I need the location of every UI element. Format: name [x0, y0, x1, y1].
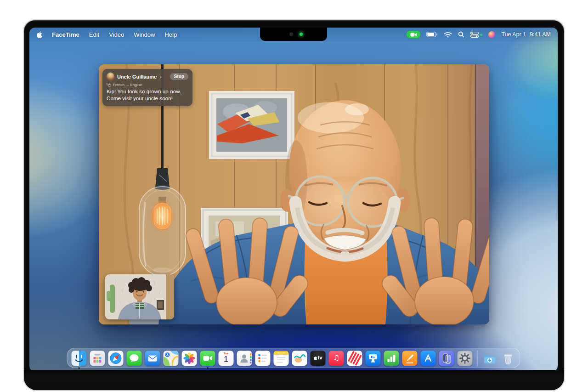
tv-label: tv: [317, 355, 322, 361]
dock-item-notes[interactable]: [274, 351, 289, 366]
music-note-icon: ♫: [333, 354, 339, 362]
dock-item-news[interactable]: [347, 351, 362, 366]
laptop-base: [24, 370, 564, 390]
dock-item-tv[interactable]: tv: [311, 351, 326, 366]
dock-item-safari[interactable]: [108, 351, 124, 366]
caption-line-1: Kip! You look so grown up now.: [107, 88, 188, 95]
facetime-window[interactable]: Uncle Guillaume › Stop French → English …: [99, 64, 489, 324]
caller-avatar: [107, 73, 114, 80]
dock-item-contacts[interactable]: [237, 351, 252, 366]
dock: Tue1 tv ♫: [67, 348, 520, 368]
chevron-right-icon: ›: [160, 74, 162, 80]
control-center-icon[interactable]: [470, 32, 482, 38]
dock-item-launchpad[interactable]: [90, 351, 105, 366]
display-notch: [260, 28, 327, 41]
dock-separator: [477, 350, 478, 366]
local-video-feed: [105, 274, 174, 319]
menu-window[interactable]: Window: [134, 31, 155, 38]
status-dot-icon: [480, 34, 482, 36]
dock-item-calendar[interactable]: Tue1: [219, 351, 234, 366]
desktop-wallpaper: FaceTime Edit Video Window Help: [29, 28, 558, 371]
wifi-icon[interactable]: [444, 32, 452, 38]
dock-item-keynote[interactable]: [366, 351, 381, 366]
dock-item-reminders[interactable]: [255, 351, 271, 366]
menu-help[interactable]: Help: [164, 31, 177, 38]
camera-indicator-light: [300, 33, 303, 36]
live-translation-overlay: Uncle Guillaume › Stop French → English …: [102, 69, 192, 106]
facetime-active-indicator-icon[interactable]: [407, 31, 420, 38]
webcam-icon: [289, 32, 294, 36]
caller-name[interactable]: Uncle Guillaume: [117, 74, 157, 80]
dock-item-pages[interactable]: [402, 351, 418, 366]
dock-item-settings[interactable]: [458, 351, 473, 366]
battery-icon[interactable]: [426, 32, 438, 37]
dock-item-freeform[interactable]: [292, 351, 307, 366]
siri-icon[interactable]: [488, 31, 495, 38]
dock-item-music[interactable]: ♫: [329, 351, 344, 366]
macbook-chassis: FaceTime Edit Video Window Help: [23, 19, 565, 391]
menu-facetime[interactable]: FaceTime: [52, 31, 79, 38]
dock-item-mail[interactable]: [145, 351, 160, 366]
dock-item-downloads[interactable]: [482, 351, 498, 366]
dock-item-numbers[interactable]: [384, 351, 399, 366]
self-view-pip[interactable]: [105, 274, 174, 319]
translate-icon: [107, 83, 111, 87]
dock-item-maps[interactable]: [164, 351, 179, 366]
dock-item-messages[interactable]: [127, 351, 142, 366]
menu-edit[interactable]: Edit: [89, 31, 99, 38]
spotlight-search-icon[interactable]: [458, 31, 464, 38]
menubar-clock[interactable]: Tue Apr 1 9:41 AM: [501, 31, 551, 38]
clock-time: 9:41 AM: [530, 31, 551, 38]
caption-line-2: Come visit your uncle soon!: [107, 95, 188, 102]
dock-item-trash[interactable]: [501, 351, 516, 366]
dock-item-appstore[interactable]: [421, 351, 436, 366]
dock-item-photos[interactable]: [182, 351, 197, 366]
dock-item-facetime[interactable]: [200, 351, 215, 366]
translation-direction: French → English: [113, 83, 142, 87]
dock-item-iphone-mirroring[interactable]: [439, 351, 454, 366]
dock-item-finder[interactable]: [72, 351, 87, 366]
apple-menu-icon[interactable]: [36, 31, 42, 38]
stop-translation-button[interactable]: Stop: [170, 73, 188, 80]
menu-video[interactable]: Video: [109, 31, 124, 38]
calendar-day: 1: [224, 355, 228, 363]
clock-date: Tue Apr 1: [501, 31, 526, 38]
